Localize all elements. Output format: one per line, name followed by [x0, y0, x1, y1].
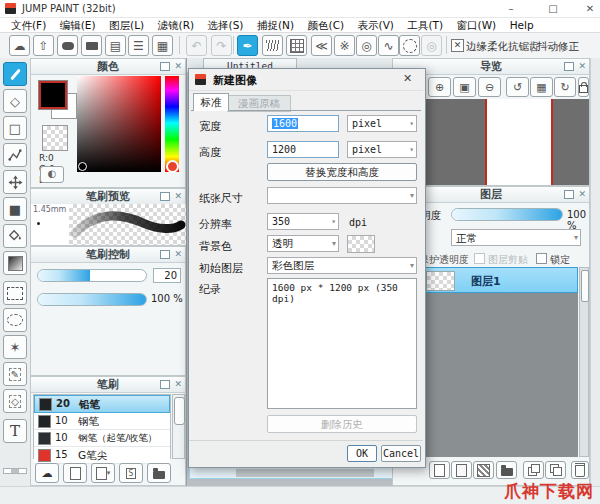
- tool-size-slider-thumb[interactable]: [11, 469, 19, 473]
- hue-marker[interactable]: [166, 160, 179, 173]
- popout-icon[interactable]: [160, 380, 170, 389]
- list-icon[interactable]: ☰: [128, 35, 149, 56]
- concentric-circle2-icon[interactable]: ◎: [421, 35, 442, 56]
- layer-folder-button[interactable]: [496, 461, 517, 479]
- delete-layer-button[interactable]: [571, 461, 589, 479]
- pen-nib-icon[interactable]: ✒: [237, 35, 258, 56]
- nav-fit-button[interactable]: ▣: [453, 77, 476, 97]
- popout-icon[interactable]: [160, 192, 170, 201]
- antialias-checkbox[interactable]: ✕: [451, 39, 464, 52]
- brush-item-gpen[interactable]: 15 G笔尖: [34, 447, 170, 464]
- width-input[interactable]: 1600: [267, 115, 339, 132]
- brush-script-button[interactable]: S: [119, 463, 143, 483]
- layer-opacity-slider[interactable]: [451, 208, 563, 221]
- dashed-circle-icon[interactable]: [399, 35, 420, 56]
- bucket-tool[interactable]: [3, 224, 27, 248]
- menu-tool[interactable]: 工具(T): [407, 18, 443, 33]
- blend-mode-select[interactable]: 正常 ▾: [451, 229, 581, 246]
- sv-marker[interactable]: [78, 162, 87, 171]
- nav-lock-button[interactable]: [578, 77, 589, 97]
- layer-list-scrollbar[interactable]: [579, 267, 589, 457]
- popout-icon[interactable]: [564, 62, 574, 71]
- document-icon[interactable]: ▤: [105, 35, 126, 56]
- width-unit-select[interactable]: pixel▾: [347, 115, 417, 132]
- nav-zoom-in-button[interactable]: ⊕: [428, 77, 451, 97]
- maximize-icon[interactable]: □: [545, 2, 561, 16]
- brush-item-pen-taper[interactable]: 10 钢笔（起笔/收笔）: [34, 430, 170, 447]
- brush-upload-button[interactable]: ☁: [35, 463, 59, 483]
- popout-icon[interactable]: [564, 190, 574, 199]
- lasso-tool[interactable]: [3, 308, 27, 332]
- tab-standard[interactable]: 标准: [193, 93, 229, 111]
- menu-edit[interactable]: 编辑(E): [60, 18, 96, 33]
- height-input[interactable]: 1200: [267, 141, 339, 158]
- initial-layer-select[interactable]: 彩色图层▾: [267, 257, 417, 274]
- merge-layer-button[interactable]: [545, 461, 566, 479]
- minimize-icon[interactable]: –: [503, 2, 519, 16]
- brush-size-value[interactable]: 20: [153, 268, 181, 283]
- close-icon[interactable]: ✕: [578, 59, 586, 74]
- menu-help[interactable]: Help: [510, 18, 534, 33]
- shape-fill-tool[interactable]: ■: [3, 197, 27, 221]
- export-icon[interactable]: ⇧: [33, 35, 54, 56]
- ok-button[interactable]: OK: [347, 445, 377, 462]
- menu-color[interactable]: 颜色(C): [308, 18, 345, 33]
- redo-icon[interactable]: ↷: [211, 35, 232, 56]
- select-eraser-tool[interactable]: ◇: [3, 389, 27, 413]
- nav-rotate-right-button[interactable]: ↻: [554, 77, 576, 97]
- nav-reset-rotation-button[interactable]: ▦: [530, 77, 553, 97]
- background-color-swatch-button[interactable]: [347, 235, 375, 253]
- material-grid-icon[interactable]: ▦: [152, 35, 173, 56]
- polyline-tool[interactable]: [3, 143, 27, 167]
- grid-icon[interactable]: [286, 35, 307, 56]
- scrollbar-thumb[interactable]: [236, 469, 374, 477]
- hue-bar[interactable]: [165, 76, 179, 172]
- jitter-label[interactable]: 抖动修正: [537, 40, 579, 54]
- height-unit-select[interactable]: pixel▾: [347, 141, 417, 158]
- caption-bubble-icon[interactable]: [81, 35, 102, 56]
- brush-new-button[interactable]: [63, 463, 87, 483]
- new-page-button[interactable]: [451, 461, 472, 479]
- new-layer-button[interactable]: [429, 461, 450, 479]
- close-icon[interactable]: ✕: [174, 59, 182, 74]
- horizontal-scrollbar[interactable]: [189, 467, 395, 479]
- comment-bubble-icon[interactable]: [57, 35, 78, 56]
- background-color-select[interactable]: 透明▾: [267, 235, 339, 252]
- menu-snap[interactable]: 捕捉(N): [257, 18, 294, 33]
- parallel-lines-icon[interactable]: [262, 35, 283, 56]
- foreground-color-swatch[interactable]: [39, 81, 67, 109]
- speed-lines-icon[interactable]: ≪: [311, 35, 332, 56]
- focus-lines-icon[interactable]: ※: [334, 35, 355, 56]
- magic-wand-tool[interactable]: ✶: [3, 335, 27, 359]
- swap-dimensions-button[interactable]: 替换宽度和高度: [267, 163, 417, 181]
- brush-scrollbar-thumb[interactable]: [174, 397, 185, 425]
- history-listbox[interactable]: 1600 px * 1200 px (350 dpi): [267, 278, 417, 409]
- concentric-circle-icon[interactable]: ◎: [356, 35, 377, 56]
- brush-item-pencil[interactable]: 20 铅笔: [34, 395, 170, 413]
- saturation-value-picker[interactable]: [77, 76, 161, 172]
- close-icon[interactable]: ✕: [578, 187, 586, 202]
- popout-icon[interactable]: [160, 62, 170, 71]
- dialog-close-icon[interactable]: ✕: [403, 72, 412, 85]
- text-tool[interactable]: T: [3, 419, 27, 443]
- close-icon[interactable]: ✕: [582, 2, 598, 16]
- transparent-color-swatch[interactable]: [42, 125, 68, 151]
- menu-select[interactable]: 选择(S): [208, 18, 244, 33]
- close-icon[interactable]: ✕: [174, 189, 182, 204]
- delete-history-button[interactable]: 删除历史: [267, 415, 417, 433]
- tool-size-slider[interactable]: [3, 468, 27, 474]
- history-entry[interactable]: 1600 px * 1200 px (350 dpi): [268, 279, 416, 304]
- brush-size-slider[interactable]: [37, 269, 147, 282]
- brush-tool[interactable]: [3, 62, 27, 86]
- menu-window[interactable]: 窗口(W): [457, 18, 497, 33]
- brush-opacity-slider[interactable]: [37, 293, 147, 306]
- shape-outline-tool[interactable]: □: [3, 116, 27, 140]
- gradient-tool[interactable]: [3, 251, 27, 275]
- menu-layer[interactable]: 图层(L): [109, 18, 144, 33]
- brush-list-scrollbar[interactable]: [172, 394, 185, 459]
- brush-duplicate-button[interactable]: ▾: [91, 463, 115, 483]
- brush-folder-button[interactable]: [147, 463, 171, 483]
- cloud-icon[interactable]: ☁: [9, 35, 30, 56]
- close-icon[interactable]: ✕: [174, 247, 182, 262]
- dialog-title-bar[interactable]: 新建图像 ✕: [189, 69, 423, 91]
